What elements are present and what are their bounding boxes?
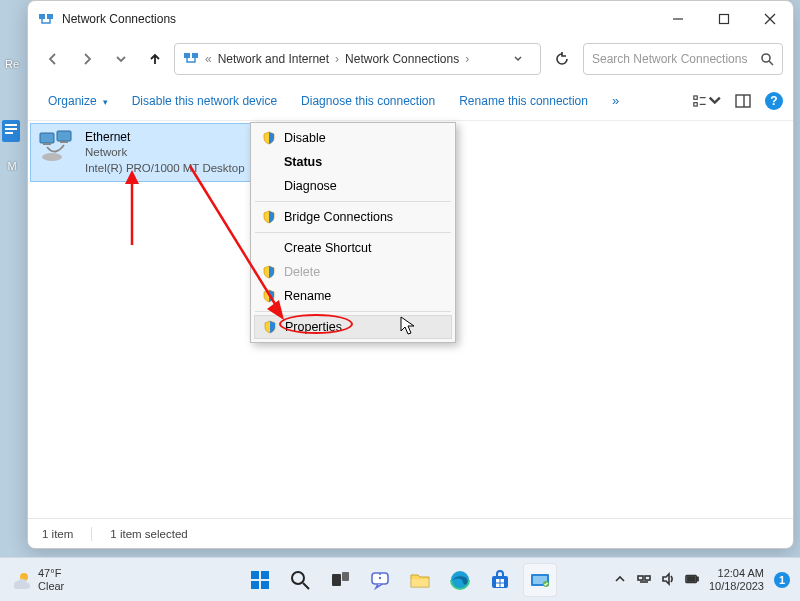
context-create-shortcut[interactable]: Create Shortcut <box>254 236 452 260</box>
titlebar[interactable]: Network Connections <box>28 1 793 37</box>
svg-rect-31 <box>261 571 269 579</box>
system-tray[interactable]: 12:04 AM 10/18/2023 1 <box>613 567 790 592</box>
preview-pane-button[interactable] <box>729 87 757 115</box>
search-input[interactable] <box>592 52 760 66</box>
clock[interactable]: 12:04 AM 10/18/2023 <box>709 567 764 592</box>
svg-rect-30 <box>251 571 259 579</box>
svg-rect-1 <box>5 124 17 126</box>
context-status[interactable]: Status <box>254 150 452 174</box>
more-commands-button[interactable]: » <box>602 93 629 108</box>
maximize-button[interactable] <box>701 3 747 35</box>
weather-icon <box>10 569 32 591</box>
volume-tray-icon[interactable] <box>661 572 675 588</box>
svg-rect-14 <box>694 95 697 98</box>
context-disable[interactable]: Disable <box>254 126 452 150</box>
minimize-button[interactable] <box>655 3 701 35</box>
svg-rect-3 <box>5 132 13 134</box>
svg-rect-46 <box>496 583 500 587</box>
context-menu: Disable Status Diagnose Bridge Connectio… <box>250 122 456 343</box>
svg-rect-7 <box>720 15 729 24</box>
svg-rect-40 <box>411 579 429 587</box>
context-diagnose[interactable]: Diagnose <box>254 174 452 198</box>
desktop-icon-partial <box>0 118 24 158</box>
clock-date: 10/18/2023 <box>709 580 764 593</box>
svg-rect-23 <box>60 141 68 143</box>
svg-rect-20 <box>40 133 54 143</box>
start-button[interactable] <box>243 563 277 597</box>
disable-device-button[interactable]: Disable this network device <box>122 88 287 114</box>
context-rename[interactable]: Rename <box>254 284 452 308</box>
window-title: Network Connections <box>62 12 176 26</box>
svg-rect-0 <box>2 120 20 142</box>
svg-point-24 <box>42 153 62 161</box>
svg-rect-4 <box>39 14 45 19</box>
context-item-label: Properties <box>285 320 342 334</box>
close-button[interactable] <box>747 3 793 35</box>
svg-rect-44 <box>496 579 500 583</box>
context-bridge[interactable]: Bridge Connections <box>254 205 452 229</box>
tray-overflow-icon[interactable] <box>613 572 627 588</box>
battery-tray-icon[interactable] <box>685 572 699 588</box>
menu-separator <box>255 311 451 312</box>
taskbar[interactable]: 47°F Clear <box>0 557 800 601</box>
refresh-button[interactable] <box>545 43 579 75</box>
file-explorer-button[interactable] <box>403 563 437 597</box>
svg-rect-22 <box>43 143 51 145</box>
help-button[interactable]: ? <box>765 92 783 110</box>
context-item-label: Rename <box>284 289 331 303</box>
svg-rect-55 <box>697 577 698 581</box>
svg-rect-18 <box>736 95 750 107</box>
menu-separator <box>255 201 451 202</box>
breadcrumb-item[interactable]: Network and Internet <box>218 52 329 66</box>
address-bar[interactable]: « Network and Internet › Network Connect… <box>174 43 541 75</box>
shield-icon <box>263 320 277 334</box>
svg-rect-32 <box>251 581 259 589</box>
adapter-device: Intel(R) PRO/1000 MT Desktop <box>85 161 245 177</box>
address-history-dropdown[interactable] <box>504 43 532 75</box>
context-item-label: Create Shortcut <box>284 241 372 255</box>
svg-rect-21 <box>57 131 71 141</box>
search-icon <box>760 52 774 66</box>
chat-button[interactable] <box>363 563 397 597</box>
task-view-button[interactable] <box>323 563 357 597</box>
breadcrumb-item[interactable]: Network Connections <box>345 52 459 66</box>
command-bar: Organize Disable this network device Dia… <box>28 81 793 121</box>
breadcrumb-prefix: « <box>205 52 212 66</box>
up-button[interactable] <box>140 44 170 74</box>
control-panel-button[interactable] <box>523 563 557 597</box>
context-item-label: Status <box>284 155 322 169</box>
window-icon <box>38 11 54 27</box>
svg-line-35 <box>303 583 309 589</box>
search-button[interactable] <box>283 563 317 597</box>
network-tray-icon[interactable] <box>637 572 651 588</box>
rename-connection-button[interactable]: Rename this connection <box>449 88 598 114</box>
svg-rect-2 <box>5 128 17 130</box>
forward-button[interactable] <box>72 44 102 74</box>
address-icon <box>183 50 199 69</box>
adapter-name: Ethernet <box>85 129 245 145</box>
context-delete: Delete <box>254 260 452 284</box>
svg-rect-47 <box>501 583 505 587</box>
back-button[interactable] <box>38 44 68 74</box>
breadcrumb-separator-icon: › <box>465 52 469 66</box>
diagnose-connection-button[interactable]: Diagnose this connection <box>291 88 445 114</box>
recent-locations-dropdown[interactable] <box>106 44 136 74</box>
shield-icon <box>262 210 276 224</box>
network-adapter-item[interactable]: Ethernet Network Intel(R) PRO/1000 MT De… <box>30 123 278 182</box>
svg-rect-33 <box>261 581 269 589</box>
desktop-icon-partial: Re <box>0 58 24 70</box>
store-button[interactable] <box>483 563 517 597</box>
adapter-icon <box>37 129 77 165</box>
view-options-button[interactable] <box>693 87 721 115</box>
status-bar: 1 item 1 item selected <box>28 518 793 548</box>
item-count: 1 item <box>42 528 73 540</box>
context-properties[interactable]: Properties <box>254 315 452 339</box>
adapter-status: Network <box>85 145 245 161</box>
edge-button[interactable] <box>443 563 477 597</box>
weather-widget[interactable]: 47°F Clear <box>10 567 64 591</box>
mouse-cursor-icon <box>400 316 416 336</box>
notification-badge[interactable]: 1 <box>774 572 790 588</box>
context-item-label: Delete <box>284 265 320 279</box>
organize-menu[interactable]: Organize <box>38 88 118 114</box>
search-box[interactable] <box>583 43 783 75</box>
